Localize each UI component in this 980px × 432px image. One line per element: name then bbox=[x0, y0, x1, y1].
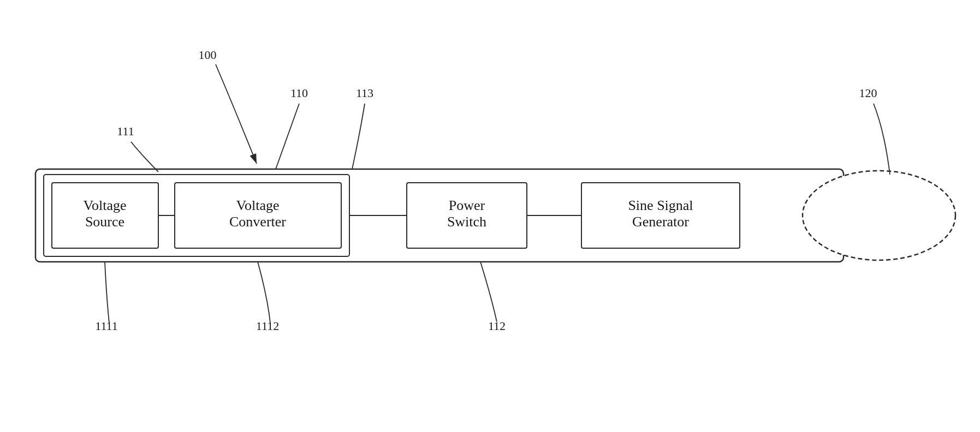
ref-111-line bbox=[131, 142, 158, 172]
ref-100-arrow bbox=[216, 64, 257, 164]
ref-113-line bbox=[352, 104, 365, 169]
ref-1112-line bbox=[258, 262, 270, 323]
ref-1111-line bbox=[105, 262, 109, 323]
power-switch-label1: Power bbox=[449, 197, 485, 213]
sine-signal-label2: Generator bbox=[632, 214, 689, 230]
device-tip bbox=[803, 171, 955, 260]
voltage-converter-label1: Voltage bbox=[236, 197, 280, 213]
ref-110-line bbox=[276, 104, 299, 169]
ref-1111-label: 1111 bbox=[95, 319, 118, 333]
voltage-source-label2: Source bbox=[85, 214, 124, 230]
voltage-converter-label2: Converter bbox=[229, 214, 286, 230]
ref-113-label: 113 bbox=[356, 86, 373, 100]
ref-100-label: 100 bbox=[199, 48, 217, 62]
ref-120-label: 120 bbox=[859, 86, 877, 100]
voltage-source-label1: Voltage bbox=[84, 197, 127, 213]
ref-111-label: 111 bbox=[117, 124, 134, 138]
sine-signal-label1: Sine Signal bbox=[628, 197, 693, 213]
power-switch-label2: Switch bbox=[447, 214, 486, 230]
ref-1112-label: 1112 bbox=[256, 319, 279, 333]
ref-110-label: 110 bbox=[290, 86, 308, 100]
diagram-container: Voltage Source Voltage Converter Power S… bbox=[0, 0, 980, 432]
ref-112-line bbox=[480, 262, 497, 322]
ref-120-line bbox=[874, 104, 890, 175]
